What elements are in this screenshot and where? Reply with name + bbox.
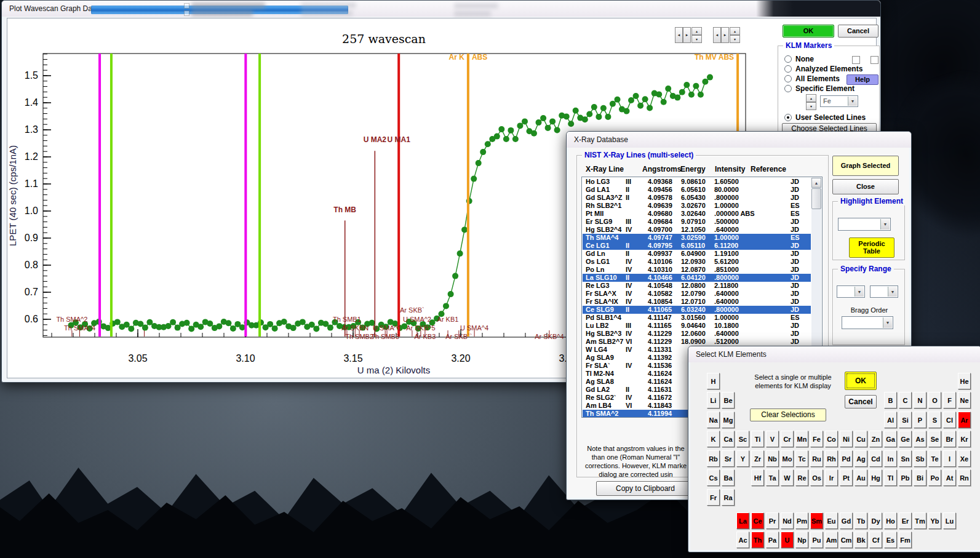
help-button[interactable]: Help xyxy=(847,74,878,85)
element-mn[interactable]: Mn xyxy=(795,431,808,447)
element-fr[interactable]: Fr xyxy=(707,489,720,506)
element-pr[interactable]: Pr xyxy=(766,512,779,529)
xray-line-row[interactable]: Rh SLB2^14.096393.026701.00000ES xyxy=(583,202,811,210)
marker-checkbox-1[interactable] xyxy=(852,56,860,64)
element-ga[interactable]: Ga xyxy=(884,431,897,447)
element-be[interactable]: Be xyxy=(722,392,735,409)
element-rn[interactable]: Rn xyxy=(958,469,971,486)
ok-button[interactable]: OK xyxy=(783,25,834,38)
specific-element-combo[interactable]: Fe ▼ xyxy=(820,95,858,107)
radio-icon[interactable] xyxy=(784,85,792,92)
xray-line-row[interactable]: Gd LnII4.099376.049001.19100JD xyxy=(583,250,811,258)
element-sc[interactable]: Sc xyxy=(736,431,749,447)
element-re[interactable]: Re xyxy=(795,469,808,486)
element-ho[interactable]: Ho xyxy=(884,512,897,529)
element-si[interactable]: Si xyxy=(899,412,912,428)
element-p[interactable]: P xyxy=(914,412,926,428)
xray-line-row[interactable]: Ce SLG9II4.110656.03240.800000JD xyxy=(583,306,811,314)
element-c[interactable]: C xyxy=(899,392,912,409)
chevron-down-icon[interactable]: ▼ xyxy=(855,287,864,297)
element-ac[interactable]: Ac xyxy=(736,532,749,548)
element-sn[interactable]: Sn xyxy=(899,450,912,467)
xray-line-row[interactable]: Hg SLB2^3IV4.1122912.0600.640000JD xyxy=(583,330,811,338)
element-pu[interactable]: Pu xyxy=(810,532,823,548)
chevron-down-icon[interactable]: ▼ xyxy=(888,287,897,297)
range-up-icon[interactable]: ▴ xyxy=(730,27,740,35)
element-cl[interactable]: Cl xyxy=(943,412,956,428)
element-zr[interactable]: Zr xyxy=(751,450,764,467)
element-he[interactable]: He xyxy=(958,373,971,389)
scroll-up-icon[interactable]: ▲ xyxy=(811,178,821,188)
xray-line-row[interactable]: Fr SLA^XIV4.1058212.0790.640000JD xyxy=(583,290,811,298)
element-rb[interactable]: Rb xyxy=(707,450,720,467)
element-o[interactable]: O xyxy=(928,392,941,409)
element-down-icon[interactable]: ▾ xyxy=(806,102,816,110)
element-i[interactable]: I xyxy=(943,450,956,467)
element-np[interactable]: Np xyxy=(795,532,808,548)
element-ba[interactable]: Ba xyxy=(722,469,735,486)
element-tc[interactable]: Tc xyxy=(795,450,808,467)
element-n[interactable]: N xyxy=(914,392,926,409)
element-os[interactable]: Os xyxy=(810,469,823,486)
element-sr[interactable]: Sr xyxy=(722,450,735,467)
element-cf[interactable]: Cf xyxy=(869,532,882,548)
element-cd[interactable]: Cd xyxy=(869,450,882,467)
element-ra[interactable]: Ra xyxy=(722,489,735,506)
scrollbar-thumb[interactable] xyxy=(811,188,821,209)
bragg-order-combo[interactable]: ▼ xyxy=(842,316,893,329)
xray-line-row[interactable]: Am SLB2^7VI4.1122918.0900.512000JD xyxy=(583,338,811,346)
xray-line-row[interactable]: Fr SLA^IXIV4.1085412.0710.640000JD xyxy=(583,298,811,306)
xray-line-row[interactable]: Gd SLA3^ZII4.095786.05430.800000JD xyxy=(583,194,811,202)
element-nd[interactable]: Nd xyxy=(781,512,794,529)
radio-all-elements[interactable]: All Elements xyxy=(784,74,840,83)
range-min-combo[interactable]: ▼ xyxy=(837,285,865,298)
element-la[interactable]: La xyxy=(736,512,749,529)
element-xe[interactable]: Xe xyxy=(958,450,971,467)
close-button[interactable]: Close xyxy=(832,179,899,194)
element-ge[interactable]: Ge xyxy=(899,431,912,447)
element-b[interactable]: B xyxy=(884,392,897,409)
element-li[interactable]: Li xyxy=(707,392,720,409)
element-pt[interactable]: Pt xyxy=(840,469,853,486)
element-te[interactable]: Te xyxy=(928,450,941,467)
chevron-down-icon[interactable]: ▼ xyxy=(880,219,890,229)
element-nb[interactable]: Nb xyxy=(766,450,779,467)
element-tl[interactable]: Tl xyxy=(884,469,897,486)
element-ir[interactable]: Ir xyxy=(825,469,838,486)
element-sm[interactable]: Sm xyxy=(810,512,823,529)
element-fm[interactable]: Fm xyxy=(899,532,912,548)
element-pa[interactable]: Pa xyxy=(766,532,779,548)
element-ru[interactable]: Ru xyxy=(810,450,823,467)
element-br[interactable]: Br xyxy=(943,431,956,447)
element-ag[interactable]: Ag xyxy=(855,450,867,467)
pan-left-icon[interactable]: ◂ xyxy=(713,27,721,43)
pan-right-icon[interactable]: ▸ xyxy=(721,27,729,43)
element-hg[interactable]: Hg xyxy=(869,469,882,486)
element-na[interactable]: Na xyxy=(707,412,720,428)
element-as[interactable]: As xyxy=(914,431,926,447)
radio-icon[interactable] xyxy=(784,55,792,63)
element-pb[interactable]: Pb xyxy=(899,469,912,486)
element-kr[interactable]: Kr xyxy=(958,431,971,447)
main-titlebar[interactable]: Plot Wavescan Graph Data xyxy=(2,1,880,17)
chevron-down-icon[interactable]: ▼ xyxy=(848,97,857,106)
radio-none[interactable]: None xyxy=(784,55,814,63)
element-po[interactable]: Po xyxy=(928,469,941,486)
element-dy[interactable]: Dy xyxy=(869,512,882,529)
element-ce[interactable]: Ce xyxy=(751,512,764,529)
element-bi[interactable]: Bi xyxy=(914,469,926,486)
element-ca[interactable]: Ca xyxy=(722,431,735,447)
klm-titlebar[interactable]: Select KLM Elements xyxy=(688,346,980,362)
xray-line-row[interactable]: Hg SLB2^4IV4.0970012.1050.640000JD xyxy=(583,226,811,234)
element-ar[interactable]: Ar xyxy=(958,412,971,428)
xray-line-row[interactable]: Lu LB2III4.111659.0464010.1800JD xyxy=(583,322,811,330)
xray-line-row[interactable]: Pt MII4.096803.02640.000000 ABSES xyxy=(583,210,811,218)
element-mo[interactable]: Mo xyxy=(781,450,794,467)
marker-checkbox-2[interactable] xyxy=(870,56,878,64)
element-w[interactable]: W xyxy=(781,469,794,486)
element-gd[interactable]: Gd xyxy=(840,512,853,529)
element-co[interactable]: Co xyxy=(825,431,838,447)
element-k[interactable]: K xyxy=(707,431,720,447)
xray-line-row[interactable]: Th SMA^44.097473.025901.00000ES xyxy=(583,234,811,242)
xray-line-row[interactable]: Er SLG9III4.096849.07910.500000JD xyxy=(583,218,811,226)
